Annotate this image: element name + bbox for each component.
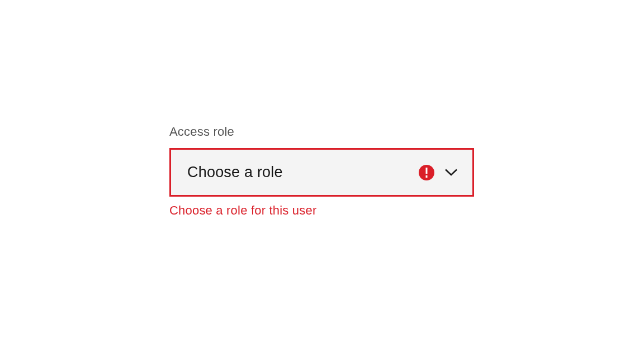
svg-rect-1 bbox=[426, 175, 428, 178]
chevron-down-icon bbox=[443, 165, 459, 180]
select-placeholder: Choose a role bbox=[187, 164, 283, 181]
role-select[interactable]: Choose a role bbox=[169, 148, 474, 197]
access-role-field: Access role Choose a role Choose a role … bbox=[169, 125, 474, 218]
error-message: Choose a role for this user bbox=[169, 203, 474, 218]
svg-rect-0 bbox=[426, 168, 428, 174]
field-label: Access role bbox=[169, 125, 474, 139]
select-icons bbox=[419, 165, 459, 180]
warning-icon bbox=[419, 165, 434, 180]
